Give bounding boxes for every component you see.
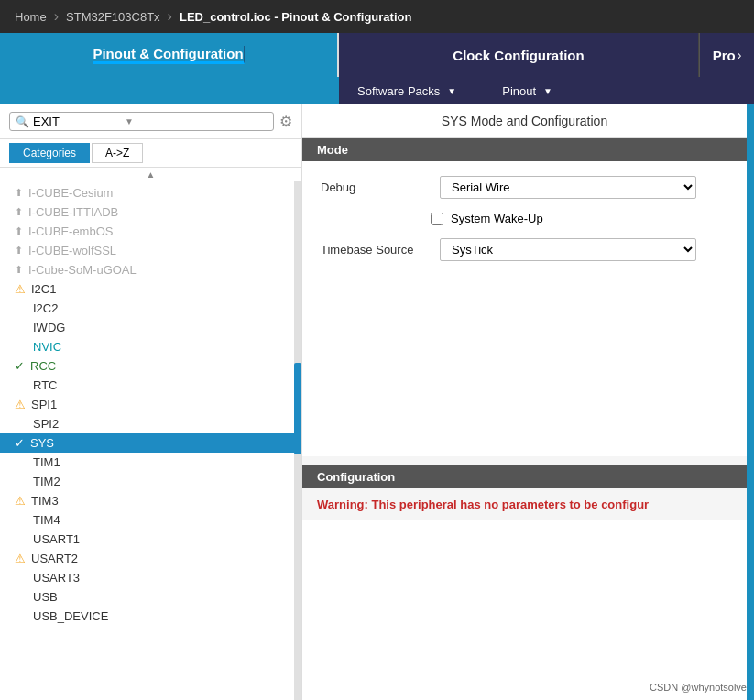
tab-pro[interactable]: Pro — [713, 48, 736, 63]
list-item-tim4[interactable]: TIM4 — [0, 510, 294, 530]
content-area: SYS Mode and Configuration Mode Debug Se… — [302, 104, 747, 700]
search-dropdown-arrow[interactable]: ▼ — [125, 116, 134, 126]
sidebar-tab-buttons: Categories A->Z — [0, 139, 301, 168]
debug-row: Debug Serial Wire JTAG (4 pins) JTAG (2 … — [321, 176, 728, 199]
list-item-tim3[interactable]: ⚠ TIM3 — [0, 491, 294, 510]
breadcrumb-device[interactable]: STM32F103C8Tx — [60, 10, 166, 24]
list-item-spi2[interactable]: SPI2 — [0, 414, 294, 433]
link-icon-ittiadb: ⬆ — [15, 206, 23, 218]
list-item-iwdg[interactable]: IWDG — [0, 318, 294, 337]
scrollbar-thumb — [294, 363, 301, 454]
warn-icon-i2c1: ⚠ — [15, 282, 26, 296]
config-section-header: Configuration — [302, 465, 747, 488]
mode-content: Debug Serial Wire JTAG (4 pins) JTAG (2 … — [302, 161, 747, 276]
list-item-sys[interactable]: ✓ SYS — [0, 433, 294, 453]
breadcrumb: Home › STM32F103C8Tx › LED_control.ioc -… — [0, 0, 754, 33]
tab-btn-az[interactable]: A->Z — [92, 143, 143, 163]
list-item-icube-wolfssl[interactable]: ⬆ I-CUBE-wolfSSL — [0, 241, 294, 260]
mode-spacer — [302, 276, 747, 456]
search-icon: 🔍 — [16, 115, 29, 128]
list-item-icube-embos[interactable]: ⬆ I-CUBE-embOS — [0, 222, 294, 241]
breadcrumb-home[interactable]: Home — [9, 10, 52, 24]
list-item-nvic[interactable]: NVIC — [0, 337, 294, 356]
search-input[interactable] — [33, 115, 125, 128]
tab-clock-config[interactable]: Clock Configuration — [453, 48, 584, 63]
sub-header-left — [0, 77, 339, 104]
timebase-label: Timebase Source — [321, 243, 431, 257]
content-title: SYS Mode and Configuration — [302, 104, 747, 138]
right-border-bar — [747, 104, 754, 700]
tab-pro-arrow: › — [738, 48, 742, 62]
sidebar-search-bar: 🔍 ▼ ⚙ — [0, 104, 301, 139]
sub-header-right: Software Packs ▼ Pinout ▼ — [339, 77, 754, 104]
main-layout: 🔍 ▼ ⚙ Categories A->Z ▲ ⬆ I-CUBE-Cesium … — [0, 104, 754, 700]
link-icon-ugoal: ⬆ — [15, 264, 23, 276]
breadcrumb-sep-2: › — [168, 8, 172, 25]
breadcrumb-file[interactable]: LED_control.ioc - Pinout & Configuration — [174, 10, 417, 24]
list-item-tim1[interactable]: TIM1 — [0, 453, 294, 472]
debug-select[interactable]: Serial Wire JTAG (4 pins) JTAG (2 pins) … — [440, 176, 696, 199]
list-item-icube-ittiadb[interactable]: ⬆ I-CUBE-ITTIADB — [0, 202, 294, 222]
link-icon-cesium: ⬆ — [15, 187, 23, 199]
list-item-usb[interactable]: USB — [0, 587, 294, 607]
chevron-down-icon-pinout: ▼ — [543, 86, 552, 96]
list-item-rcc[interactable]: ✓ RCC — [0, 356, 294, 376]
top-tabs-bar: Pinout & Configuration Clock Configurati… — [0, 33, 754, 77]
sub-header-software-packs[interactable]: Software Packs ▼ — [357, 84, 456, 98]
list-item-tim2[interactable]: TIM2 — [0, 472, 294, 491]
breadcrumb-sep-1: › — [54, 8, 59, 25]
list-item-icube-ugoal[interactable]: ⬆ I-Cube-SoM-uGOAL — [0, 260, 294, 279]
list-item-usb-device[interactable]: USB_DEVICE — [0, 607, 294, 626]
gear-icon[interactable]: ⚙ — [279, 113, 292, 130]
sidebar-scroll-container: ⬆ I-CUBE-Cesium ⬆ I-CUBE-ITTIADB ⬆ I-CUB… — [0, 181, 301, 700]
config-warning: Warning: This peripheral has no paramete… — [302, 488, 747, 520]
scroll-up-indicator[interactable]: ▲ — [0, 168, 301, 181]
timebase-row: Timebase Source SysTick TIM1 TIM2 — [321, 238, 728, 261]
watermark: CSDN @whynotsolve — [650, 682, 747, 693]
check-icon-rcc: ✓ — [15, 359, 25, 373]
sub-header-pinout[interactable]: Pinout ▼ — [502, 84, 552, 98]
search-box[interactable]: 🔍 ▼ — [9, 112, 274, 131]
list-item-usart3[interactable]: USART3 — [0, 568, 294, 587]
tab-pinout-config[interactable]: Pinout & Configuration — [93, 46, 244, 64]
link-icon-embos: ⬆ — [15, 225, 23, 237]
system-wakeup-checkbox[interactable] — [431, 213, 443, 225]
sidebar: 🔍 ▼ ⚙ Categories A->Z ▲ ⬆ I-CUBE-Cesium … — [0, 104, 302, 700]
check-icon-sys: ✓ — [15, 436, 25, 450]
mode-section-header: Mode — [302, 138, 747, 161]
warn-icon-tim3: ⚠ — [15, 494, 26, 508]
link-icon-wolfssl: ⬆ — [15, 245, 23, 257]
timebase-select[interactable]: SysTick TIM1 TIM2 — [440, 238, 696, 261]
warn-icon-usart2: ⚠ — [15, 552, 26, 565]
warn-icon-spi1: ⚠ — [15, 398, 26, 411]
config-spacer — [302, 520, 747, 701]
sub-header: Software Packs ▼ Pinout ▼ — [0, 77, 754, 104]
list-item-icube-cesium[interactable]: ⬆ I-CUBE-Cesium — [0, 183, 294, 202]
wakeup-row: System Wake-Up — [321, 212, 728, 225]
tab-btn-categories[interactable]: Categories — [9, 143, 90, 163]
list-item-usart2[interactable]: ⚠ USART2 — [0, 549, 294, 568]
list-item-spi1[interactable]: ⚠ SPI1 — [0, 395, 294, 414]
sidebar-scrollbar[interactable] — [294, 181, 301, 700]
list-item-i2c1[interactable]: ⚠ I2C1 — [0, 279, 294, 299]
list-item-usart1[interactable]: USART1 — [0, 530, 294, 549]
list-item-rtc[interactable]: RTC — [0, 376, 294, 395]
chevron-down-icon-packs: ▼ — [447, 86, 456, 96]
system-wakeup-label: System Wake-Up — [451, 212, 543, 225]
debug-label: Debug — [321, 180, 431, 194]
sidebar-list: ⬆ I-CUBE-Cesium ⬆ I-CUBE-ITTIADB ⬆ I-CUB… — [0, 181, 294, 700]
list-item-i2c2[interactable]: I2C2 — [0, 299, 294, 318]
